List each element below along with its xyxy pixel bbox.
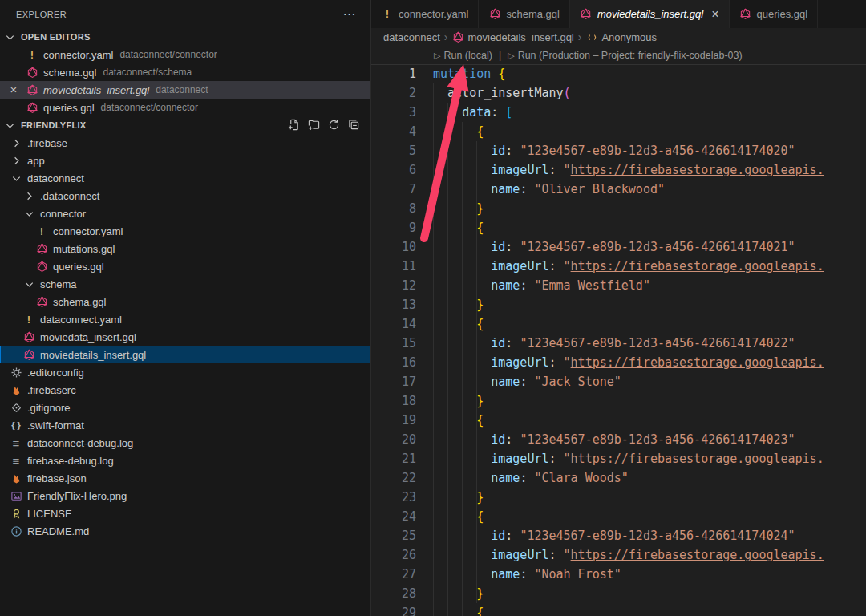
chevron-down-icon	[10, 172, 22, 184]
tab-connector.yaml[interactable]: !connector.yaml	[371, 0, 479, 28]
tree-item-README.md[interactable]: README.md	[0, 522, 370, 540]
tree-item-.dataconnect[interactable]: .dataconnect	[0, 187, 370, 205]
tree-item-connector.yaml[interactable]: !connector.yaml	[0, 222, 370, 240]
breadcrumb-separator: ›	[444, 30, 448, 43]
tree-item-connector[interactable]: connector	[0, 205, 370, 222]
open-editor-queries.gql[interactable]: queries.gqldataconnect/connector	[0, 99, 370, 116]
line-number: 21	[371, 449, 416, 468]
yaml-icon: !	[35, 225, 48, 237]
tree-item-queries.gql[interactable]: queries.gql	[0, 257, 370, 275]
code-line-18: 18 }	[371, 391, 866, 411]
tree-item-.firebase[interactable]: .firebase	[0, 134, 370, 152]
tab-schema.gql[interactable]: schema.gql	[479, 0, 569, 28]
code-line-17: 17 name: "Jack Stone"	[371, 372, 866, 391]
explorer-title: EXPLORER	[16, 10, 67, 19]
code-line-7: 7 name: "Oliver Blackwood"	[371, 180, 866, 199]
run-production-link[interactable]: ▷ Run (Production – Project: friendly-fl…	[508, 50, 742, 64]
line-number: 24	[371, 507, 416, 526]
image-icon	[10, 489, 22, 502]
code-line-20: 20 id: "123e4567-e89b-12d3-a456-42661417…	[371, 430, 866, 449]
code-line-26: 26 imageUrl: "https://firebasestorage.go…	[371, 545, 866, 565]
run-local-link[interactable]: ▷ Run (local)	[434, 50, 492, 64]
close-icon[interactable]: ×	[711, 7, 718, 22]
gear-icon	[10, 366, 22, 379]
tree-item-.swift-format[interactable]: { }.swift-format	[0, 416, 370, 434]
tree-item-app[interactable]: app	[0, 152, 370, 169]
line-number: 9	[371, 218, 416, 237]
chevron-right-icon	[10, 154, 22, 167]
code-line-19: 19 {	[371, 411, 866, 430]
tree-item-firebase.json[interactable]: firebase.json	[0, 469, 370, 487]
new-folder-icon[interactable]	[308, 119, 321, 132]
yaml-icon: !	[26, 48, 38, 61]
line-number: 26	[371, 545, 416, 565]
line-number: 2	[371, 83, 416, 103]
code-line-27: 27 name: "Noah Frost"	[371, 565, 866, 584]
line-number: 1	[371, 64, 416, 83]
new-file-icon[interactable]	[288, 119, 301, 132]
code-line-2: 2 actor_insertMany(	[371, 83, 866, 103]
tree-item-.firebaserc[interactable]: .firebaserc	[0, 381, 370, 399]
refresh-icon[interactable]	[328, 119, 341, 132]
tree-item-dataconnect.yaml[interactable]: !dataconnect.yaml	[0, 310, 370, 328]
line-number: 17	[371, 372, 416, 391]
chevron-down-icon	[3, 119, 16, 132]
line-number: 11	[371, 257, 416, 276]
graphql-icon	[35, 260, 48, 273]
tab-moviedetails_insert.gql[interactable]: moviedetails_insert.gql×	[570, 0, 730, 28]
line-number: 19	[371, 411, 416, 430]
log-icon: ≡	[10, 454, 22, 467]
graphql-icon	[35, 295, 48, 308]
tab-queries.gql[interactable]: queries.gql	[730, 0, 819, 28]
project-title: FRIENDLYFLIX	[21, 120, 86, 130]
tree-item-moviedata_insert.gql[interactable]: moviedata_insert.gql	[0, 328, 370, 346]
tree-item-schema[interactable]: schema	[0, 275, 370, 293]
open-editor-schema.gql[interactable]: schema.gqldataconnect/schema	[0, 63, 370, 81]
log-icon: ≡	[10, 436, 22, 449]
graphql-icon	[580, 8, 593, 21]
code-line-9: 9 {	[371, 218, 866, 237]
code-editor[interactable]: ▷ Run (local) | ▷ Run (Production – Proj…	[371, 46, 866, 616]
line-number: 3	[371, 103, 416, 122]
vscode-window: EXPLORER ⋯ OPEN EDITORS !connector.yamld…	[0, 0, 866, 616]
line-number: 8	[371, 199, 416, 218]
tree-item-mutations.gql[interactable]: mutations.gql	[0, 240, 370, 257]
chevron-down-icon	[22, 207, 35, 220]
breadcrumb-Anonymous[interactable]: Anonymous	[585, 30, 657, 43]
code-line-4: 4 {	[371, 122, 866, 141]
open-editors-section-header[interactable]: OPEN EDITORS	[0, 28, 370, 46]
line-number: 15	[371, 334, 416, 353]
code-line-12: 12 name: "Emma Westfield"	[371, 276, 866, 295]
tree-item-moviedetails_insert.gql[interactable]: moviedetails_insert.gql	[0, 346, 370, 363]
line-number: 5	[371, 141, 416, 160]
graphql-icon	[26, 83, 38, 96]
tree-item-dataconnect-debug.log[interactable]: ≡dataconnect-debug.log	[0, 434, 370, 452]
tree-item-.gitignore[interactable]: .gitignore	[0, 399, 370, 416]
breadcrumb-dataconnect[interactable]: dataconnect	[383, 31, 440, 43]
line-number: 28	[371, 584, 416, 603]
collapse-all-icon[interactable]	[348, 119, 361, 132]
tree-item-dataconnect[interactable]: dataconnect	[0, 169, 370, 187]
info-icon	[10, 525, 22, 537]
close-icon[interactable]: ×	[7, 83, 20, 96]
line-number: 10	[371, 237, 416, 257]
open-editor-connector.yaml[interactable]: !connector.yamldataconnect/connector	[0, 46, 370, 63]
more-actions-icon[interactable]: ⋯	[343, 6, 356, 22]
line-number: 23	[371, 488, 416, 507]
breadcrumb-moviedetails_insert.gql[interactable]: moviedetails_insert.gql	[452, 30, 574, 43]
play-icon: ▷	[434, 51, 440, 61]
tree-item-LICENSE[interactable]: LICENSE	[0, 505, 370, 522]
open-editor-moviedetails_insert.gql[interactable]: ×moviedetails_insert.gqldataconnect	[0, 81, 370, 99]
tree-item-FriendlyFlix-Hero.png[interactable]: FriendlyFlix-Hero.png	[0, 487, 370, 505]
braces-icon: { }	[10, 419, 22, 432]
tree-item-schema.gql[interactable]: schema.gql	[0, 293, 370, 310]
firebase-icon	[10, 472, 22, 484]
chevron-down-icon	[3, 30, 16, 43]
project-section-header[interactable]: FRIENDLYFLIX	[0, 116, 370, 134]
line-number: 25	[371, 526, 416, 545]
tree-item-firebase-debug.log[interactable]: ≡firebase-debug.log	[0, 452, 370, 469]
code-line-15: 15 id: "123e4567-e89b-12d3-a456-42661417…	[371, 334, 866, 353]
code-content: 1mutation {2 actor_insertMany(3 data: [4…	[371, 64, 866, 616]
tree-item-.editorconfig[interactable]: .editorconfig	[0, 363, 370, 381]
license-icon	[10, 507, 22, 520]
